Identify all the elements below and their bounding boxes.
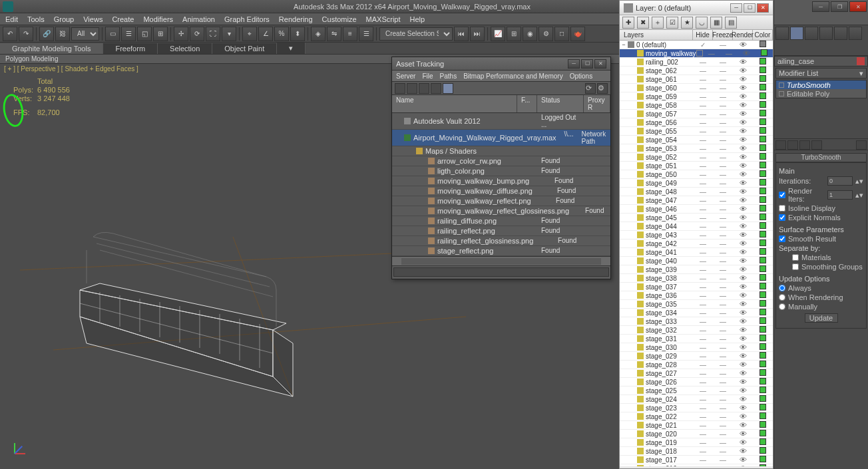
layer-color-swatch[interactable] [753,464,773,466]
layer-freeze-toggle[interactable]: — [713,353,733,360]
layer-render-toggle[interactable]: 👁 [733,430,753,438]
layer-freeze-toggle[interactable]: — [713,67,733,75]
layer-hide-toggle[interactable]: — [693,430,713,438]
redo-button[interactable]: ↷ [19,27,33,41]
menu-tools[interactable]: Tools [27,15,45,23]
ribbon-tab-selection[interactable]: Selection [158,43,212,54]
layer-render-toggle[interactable]: 👁 [733,387,753,394]
layer-row[interactable]: stage_041——👁 [620,248,773,257]
layer-row[interactable]: stage_036——👁 [620,291,773,300]
layers-list[interactable]: −0 (default)✓—👁moving_walkway——👁railing_… [620,41,773,466]
layer-freeze-toggle[interactable]: — [713,145,733,152]
layers-minimize-button[interactable]: ─ [730,3,742,13]
menu-help[interactable]: Help [410,15,425,23]
layer-render-toggle[interactable]: 👁 [738,49,755,57]
layer-color-swatch[interactable] [753,162,773,170]
layer-freeze-toggle[interactable]: — [713,59,733,66]
layer-color-swatch[interactable] [753,291,773,299]
display-tab[interactable] [834,27,847,40]
menu-maxscript[interactable]: MAXScript [366,15,401,23]
asset-row[interactable]: railing_reflect_glossiness.pngFound [392,236,610,246]
layer-hide-toggle[interactable]: — [693,344,713,351]
layer-render-toggle[interactable]: 👁 [733,58,753,66]
layer-render-toggle[interactable]: 👁 [733,378,753,386]
asset-settings-button[interactable]: ⚙ [597,83,608,94]
layer-row[interactable]: stage_046——👁 [620,205,773,214]
layer-freeze-toggle[interactable]: — [713,206,733,213]
select-name-button[interactable]: ☰ [121,27,136,41]
layer-freeze-toggle[interactable]: — [713,223,733,230]
layer-row[interactable]: stage_023——👁 [620,404,773,412]
layer-hide-toggle[interactable]: — [693,335,713,343]
update-button[interactable]: Update [805,313,838,323]
modify-tab[interactable] [790,27,803,40]
layer-freeze-toggle[interactable]: — [713,413,733,420]
layer-row[interactable]: stage_040——👁 [620,257,773,265]
layer-color-swatch[interactable] [753,447,773,455]
layer-freeze-toggle[interactable]: — [713,465,733,467]
layer-hide-toggle[interactable]: — [693,93,713,100]
layer-color-swatch[interactable] [753,179,773,187]
layer-freeze-toggle[interactable]: — [713,422,733,429]
ribbon-tab-object-paint[interactable]: Object Paint [212,43,277,54]
asset-refresh-button[interactable]: ⟳ [585,83,596,94]
layer-freeze-toggle[interactable]: — [720,50,738,57]
asset-tracking-titlebar[interactable]: Asset Tracking ─ ☐ ✕ [392,57,610,71]
layer-color-swatch[interactable] [753,136,773,144]
modifier-stack-item[interactable]: Editable Poly [776,89,866,98]
layer-row[interactable]: stage_037——👁 [620,283,773,291]
layer-color-swatch[interactable] [753,283,773,291]
layer-row[interactable]: stage_031——👁 [620,335,773,343]
layer-row[interactable]: stage_047——👁 [620,196,773,205]
turbosmooth-rollout-header[interactable]: TurboSmooth [775,153,867,162]
layer-render-toggle[interactable]: 👁 [733,248,753,256]
layer-render-toggle[interactable]: 👁 [733,343,753,351]
layer-color-swatch[interactable] [753,378,773,386]
layer-row[interactable]: stage_029——👁 [620,352,773,361]
layers-close-button[interactable]: ✕ [757,3,769,13]
asset-h-scrollbar[interactable] [392,256,610,265]
asset-row[interactable]: moving_walkway_reflect.pngFound [392,196,610,206]
menu-edit[interactable]: Edit [5,15,18,23]
asset-menu-server[interactable]: Server [396,73,415,80]
layer-render-toggle[interactable]: 👁 [733,231,753,239]
layer-hide-toggle[interactable]: — [693,301,713,308]
layer-freeze-toggle[interactable]: — [713,335,733,343]
layer-render-toggle[interactable]: 👁 [733,395,753,403]
layer-color-swatch[interactable] [753,317,773,325]
layer-hide-toggle[interactable]: — [693,128,713,135]
layer-hide-toggle[interactable]: — [693,439,713,446]
layer-row[interactable]: stage_051——👁 [620,162,773,170]
layer-row[interactable]: stage_025——👁 [620,387,773,395]
layer-hide-toggle[interactable]: — [693,59,713,66]
layer-row[interactable]: stage_016——👁 [620,464,773,466]
select-region-button[interactable]: ◱ [137,27,152,41]
asset-menu-options[interactable]: Options [570,73,592,80]
layer-color-swatch[interactable] [753,58,773,66]
next-button[interactable]: ⏭ [470,27,485,41]
layer-render-toggle[interactable]: 👁 [733,361,753,369]
layer-freeze-toggle[interactable]: — [713,301,733,308]
layer-color-swatch[interactable] [753,248,773,256]
layer-freeze-toggle[interactable]: — [713,396,733,403]
layer-render-toggle[interactable]: 👁 [733,179,753,187]
asset-tracking-window[interactable]: Asset Tracking ─ ☐ ✕ ServerFilePathsBitm… [391,57,611,279]
render-iters-checkbox[interactable] [779,192,785,198]
layer-hide-toggle[interactable]: — [693,413,713,420]
layer-hide-toggle[interactable]: — [693,465,713,467]
layer-render-toggle[interactable]: 👁 [733,447,753,455]
motion-tab[interactable] [819,27,833,40]
layer-color-swatch[interactable] [753,335,773,343]
layer-render-toggle[interactable]: 👁 [733,41,753,49]
layer-color-swatch[interactable] [753,41,773,49]
layer-row[interactable]: −0 (default)✓—👁 [620,41,773,49]
layer-render-toggle[interactable]: 👁 [733,67,753,75]
app-icon[interactable] [3,1,13,12]
layers-hide-button[interactable]: ◡ [696,17,708,29]
layer-hide-toggle[interactable]: — [693,119,713,126]
layer-hide-toggle[interactable]: — [693,266,713,273]
layer-render-toggle[interactable]: 👁 [733,196,753,204]
mirror-button[interactable]: ⇋ [327,27,341,41]
layer-row[interactable]: stage_020——👁 [620,430,773,438]
layers-add-sel-button[interactable]: ＋ [652,17,664,29]
